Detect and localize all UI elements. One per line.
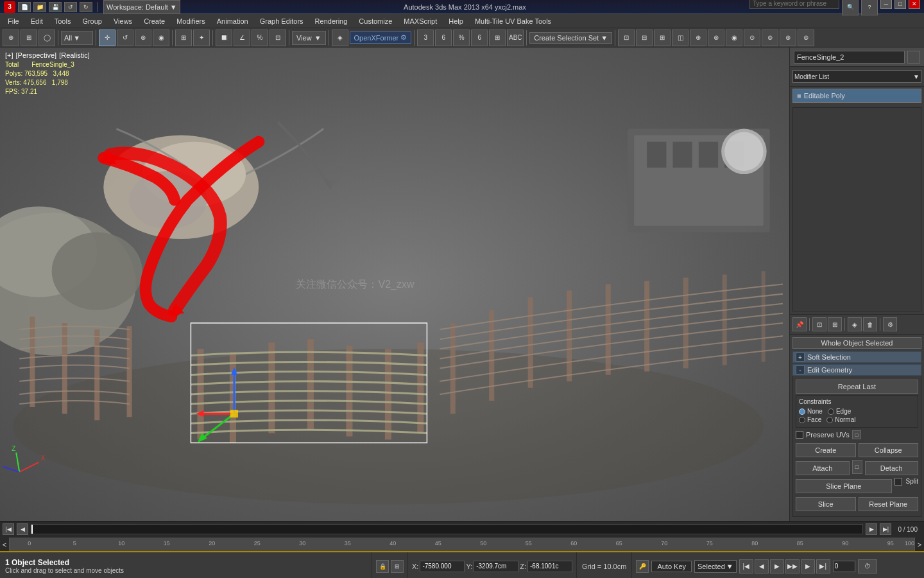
abs-rel-toggle[interactable]: ⊞: [391, 560, 404, 573]
detach-btn[interactable]: Detach: [865, 461, 919, 475]
play-btn[interactable]: ▶: [770, 559, 784, 574]
play-all-btn[interactable]: ▶▶: [785, 559, 800, 574]
scale-btn[interactable]: ⊗: [135, 30, 151, 46]
pin-stack-btn[interactable]: 📌: [792, 317, 807, 331]
tool-a10[interactable]: ⊛: [780, 30, 796, 46]
attach-btn[interactable]: Attach: [796, 461, 850, 475]
constraint-none-radio[interactable]: [799, 408, 805, 415]
new-btn[interactable]: 📄: [18, 2, 31, 12]
snap-toggle-btn[interactable]: 🔲: [216, 30, 232, 46]
spinner-snap-btn[interactable]: ⊡: [270, 30, 286, 46]
scrubber-right-expand[interactable]: >: [914, 538, 924, 552]
configure-sets-btn[interactable]: ⚙: [883, 317, 897, 331]
y-value[interactable]: -3209.7cm: [474, 561, 518, 572]
reset-plane-btn[interactable]: Reset Plane: [859, 497, 919, 511]
time-config-btn[interactable]: ⏱: [858, 559, 877, 574]
remove-modifier-btn[interactable]: 🗑: [863, 317, 877, 331]
timeline-track[interactable]: [31, 524, 863, 534]
count2-btn[interactable]: 6: [435, 30, 452, 46]
split-checkbox[interactable]: [894, 478, 902, 486]
maximize-btn[interactable]: □: [894, 0, 906, 9]
constraint-normal-radio[interactable]: [826, 417, 833, 423]
z-value[interactable]: -68.1001c: [527, 561, 572, 572]
tool-a7[interactable]: ◉: [726, 30, 742, 46]
save-btn[interactable]: 💾: [49, 2, 62, 12]
create-selection-btn[interactable]: Create Selection Set ▼: [529, 32, 612, 44]
view-dropdown[interactable]: View ▼: [292, 31, 326, 45]
redo-btn[interactable]: ↻: [80, 2, 92, 12]
next-key-btn[interactable]: ▶: [866, 523, 877, 535]
angle-snap-btn[interactable]: ∠: [234, 30, 250, 46]
tool-a2[interactable]: ⊟: [636, 30, 653, 46]
menu-group[interactable]: Group: [77, 15, 107, 28]
object-color-swatch[interactable]: [907, 51, 920, 64]
selected-dropdown[interactable]: Selected ▼: [694, 560, 737, 573]
menu-multitile[interactable]: Multi-Tile UV Bake Tools: [470, 15, 556, 28]
tool-a1[interactable]: ⊡: [618, 30, 635, 46]
named-sel-btn[interactable]: ◈: [332, 30, 348, 46]
workspace-dropdown[interactable]: Workspace: Default ▼: [103, 0, 180, 14]
openxformer-btn[interactable]: OpenXFormer ⚙: [350, 31, 412, 44]
go-end-btn[interactable]: ▶|: [880, 523, 891, 535]
prev-frame-btn[interactable]: ◀: [755, 559, 769, 574]
active-only-btn[interactable]: ⊡: [812, 317, 826, 331]
undo-btn[interactable]: ↺: [64, 2, 77, 12]
menu-edit[interactable]: Edit: [26, 15, 48, 28]
count3-btn[interactable]: %: [453, 30, 470, 46]
frame-number-field[interactable]: 0: [833, 561, 855, 572]
select-region-btn[interactable]: ⊞: [21, 30, 37, 46]
make-unique-btn[interactable]: ◈: [848, 317, 862, 331]
collapse-btn[interactable]: Collapse: [859, 443, 919, 457]
menu-file[interactable]: File: [3, 15, 24, 28]
preserve-uvs-checkbox[interactable]: [796, 431, 803, 439]
count5-btn[interactable]: ⊞: [489, 30, 506, 46]
x-value[interactable]: -7580.000: [420, 561, 465, 572]
constraint-face-radio[interactable]: [799, 417, 805, 423]
tool-a5[interactable]: ⊕: [690, 30, 706, 46]
percent-snap-btn[interactable]: %: [252, 30, 268, 46]
editable-poly-modifier[interactable]: ■ Editable Poly: [792, 89, 921, 103]
menu-tools[interactable]: Tools: [49, 15, 76, 28]
menu-graph-editors[interactable]: Graph Editors: [255, 15, 309, 28]
slice-btn[interactable]: Slice: [796, 497, 856, 511]
menu-maxscript[interactable]: MAXScript: [398, 15, 442, 28]
select-tool-btn[interactable]: ⊕: [3, 30, 19, 46]
object-name-field[interactable]: [794, 51, 905, 64]
slice-plane-btn[interactable]: Slice Plane: [796, 479, 892, 493]
scrubber-track[interactable]: 0 5 10 15 20 25 30 35 40 45 50 55 60 65 …: [10, 538, 914, 552]
menu-customize[interactable]: Customize: [354, 15, 397, 28]
lasso-btn[interactable]: ◯: [38, 30, 55, 46]
next-frame-btn[interactable]: ▶: [801, 559, 815, 574]
menu-modifiers[interactable]: Modifiers: [171, 15, 210, 28]
search-btn[interactable]: 🔍: [842, 0, 859, 15]
menu-create[interactable]: Create: [139, 15, 170, 28]
abc-btn[interactable]: ABC: [507, 30, 524, 46]
menu-rendering[interactable]: Rendering: [310, 15, 353, 28]
lock-selection-btn[interactable]: 🔒: [376, 560, 389, 573]
modifier-list-dropdown[interactable]: Modifier List ▼: [792, 70, 921, 83]
constraint-edge-radio[interactable]: [828, 408, 834, 415]
open-btn[interactable]: 📁: [33, 2, 46, 12]
close-btn[interactable]: ✕: [909, 0, 920, 9]
key-icon-btn[interactable]: 🔑: [636, 560, 649, 573]
ref-coord-btn[interactable]: ⊞: [175, 30, 192, 46]
tool-a6[interactable]: ⊗: [708, 30, 724, 46]
autokey-btn[interactable]: Auto Key: [651, 561, 692, 572]
count1-btn[interactable]: 3: [417, 30, 434, 46]
rotate-btn[interactable]: ↺: [117, 30, 133, 46]
scrubber-left-expand[interactable]: <: [0, 538, 10, 552]
constraint-none-label[interactable]: None: [799, 408, 823, 415]
select-move-btn[interactable]: ✛: [99, 30, 116, 46]
constraint-normal-label[interactable]: Normal: [826, 416, 855, 423]
search-input[interactable]: [749, 0, 839, 9]
viewport[interactable]: X Z Y [+] [Perspective] [Realistic] Tota…: [0, 48, 789, 521]
repeat-last-btn[interactable]: Repeat Last: [796, 380, 918, 394]
menu-views[interactable]: Views: [108, 15, 137, 28]
filter-dropdown[interactable]: All▼: [61, 31, 93, 45]
go-start-btn[interactable]: |◀: [3, 523, 14, 535]
prev-key-btn[interactable]: ◀: [17, 523, 28, 535]
minimize-btn[interactable]: ─: [880, 0, 892, 9]
count4-btn[interactable]: 6: [471, 30, 488, 46]
constraint-face-label[interactable]: Face: [799, 416, 821, 423]
tool-a3[interactable]: ⊞: [654, 30, 671, 46]
